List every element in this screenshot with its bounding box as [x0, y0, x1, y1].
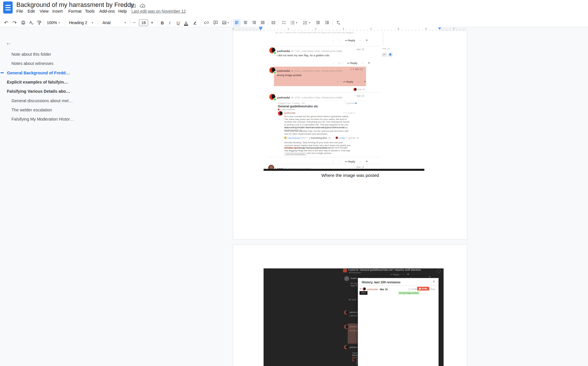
align-justify-button[interactable]: [260, 19, 265, 26]
outline-item[interactable]: Notes about witnesses: [11, 61, 53, 66]
staff-badge-icon: ♔: [291, 70, 293, 72]
bookmark-icon: ○: [332, 39, 334, 42]
paint-format-button[interactable]: [37, 19, 42, 26]
right-indent-marker[interactable]: [438, 28, 441, 30]
menu-insert[interactable]: Insert: [52, 9, 63, 13]
menu-view[interactable]: View: [40, 9, 49, 13]
align-right-button[interactable]: [252, 19, 257, 26]
more-icon: ⋯: [359, 39, 362, 42]
increase-font-button[interactable]: +: [151, 19, 153, 26]
undo-button[interactable]: ↶: [4, 19, 8, 26]
last-edit-link[interactable]: Last edit was on November 12: [131, 9, 186, 13]
avatar: [336, 137, 338, 139]
numbered-list-button[interactable]: [303, 19, 308, 26]
card-category: a DMS General: [278, 108, 295, 111]
increase-indent-button[interactable]: [324, 19, 330, 26]
card-paragraph: Stop turning off your brain and start us…: [284, 126, 351, 129]
document-title[interactable]: Background of my harrassment by Freddy: [16, 1, 134, 9]
zoom-select[interactable]: 100%: [47, 19, 57, 26]
dim-card-meta: Flagged Po…: [352, 352, 358, 354]
bullets-caret-icon: ▾: [296, 19, 297, 26]
print-button[interactable]: [21, 19, 26, 26]
username: yashsedai: [277, 96, 290, 99]
decrease-font-button[interactable]: −: [133, 19, 136, 26]
outline-item[interactable]: General discussions about met…: [11, 98, 73, 103]
align-center-button[interactable]: [243, 19, 248, 26]
ruler-number: 3: [342, 27, 345, 30]
outline-item[interactable]: The welder escalation: [11, 108, 52, 113]
ruler-number: 1: [287, 27, 290, 30]
line-spacing-button[interactable]: [271, 19, 276, 26]
clear-formatting-button[interactable]: [335, 19, 341, 26]
more-icon: ⋯: [361, 62, 364, 65]
alert-title: A post in "General guidelines/rules etc"…: [348, 268, 443, 271]
post-header: yashsedai ♔ COO, Automotive Chair, Infra…: [277, 68, 342, 73]
post-action-row: ○ ♡ ↩ Reply ⋯ ⚑: [332, 39, 368, 42]
embedded-image-revision-history[interactable]: A post in "General guidelines/rules etc"…: [264, 268, 444, 366]
google-docs-logo-icon[interactable]: [3, 1, 13, 13]
username: yashsedai: [277, 49, 290, 53]
move-to-folder-icon[interactable]: [131, 3, 136, 8]
reply-icon: ↩: [343, 80, 346, 83]
menu-file[interactable]: File: [16, 9, 23, 13]
resolver-avatar: [353, 88, 357, 91]
outline-item[interactable]: Falsifying Various Details abo…: [7, 89, 70, 94]
post-date: Mar 15: [357, 48, 364, 51]
post-date: Mar 15: [355, 68, 363, 71]
insert-image-button[interactable]: [222, 19, 227, 26]
screenshot-bottom-bar: [264, 169, 424, 171]
bulleted-list-button[interactable]: [290, 19, 295, 26]
highlight-color-button[interactable]: [192, 19, 198, 26]
image-caption[interactable]: Where the image was posted: [233, 173, 467, 178]
raw-option: ▢ Raw: [428, 288, 435, 291]
menu-addons[interactable]: Add-ons: [99, 9, 115, 13]
notify-bell-button: [388, 53, 393, 57]
user-role: COO, Automotive Chair, Infrastructure Ma…: [295, 96, 342, 99]
outline-panel: ← Note about this folder Notes about wit…: [0, 32, 86, 366]
first-line-indent-marker[interactable]: [259, 27, 262, 28]
close-icon: ×: [433, 279, 435, 284]
close-outline-button[interactable]: ←: [6, 40, 11, 46]
in-reply-icon: ↪: [343, 112, 345, 114]
flag-icon: ⚑: [365, 39, 368, 42]
paragraph-style-select[interactable]: Heading 2: [69, 19, 87, 26]
redo-button[interactable]: ↷: [13, 19, 17, 26]
star-icon[interactable]: ☆: [123, 3, 127, 9]
menu-help[interactable]: Help: [118, 9, 127, 13]
quick-reply-button: ↩: [382, 53, 387, 57]
checklist-button[interactable]: [281, 19, 287, 26]
font-select[interactable]: Arial: [102, 19, 111, 26]
add-comment-button[interactable]: [213, 19, 218, 26]
resolved-date: Mar 15: [358, 88, 365, 91]
outline-item[interactable]: Explicit examples of falsifyin…: [7, 80, 68, 85]
cloud-saved-icon[interactable]: [140, 3, 146, 8]
outline-item[interactable]: Falsifying My Moderation Histor…: [11, 117, 74, 122]
edit-icon: ✎: [360, 288, 362, 290]
spellcheck-button[interactable]: [29, 19, 34, 26]
username: yashsedai: [349, 346, 358, 348]
decrease-indent-button[interactable]: [315, 19, 320, 26]
numbered-caret-icon: ▾: [309, 19, 310, 26]
edit-icon: ✎: [306, 137, 308, 139]
online-dot: [273, 71, 276, 74]
cut-off-message: Ah, yes. I believe the mod that dealt wi…: [275, 32, 361, 34]
align-left-button[interactable]: [234, 19, 239, 26]
left-indent-marker[interactable]: [259, 28, 262, 30]
menu-tools[interactable]: Tools: [85, 9, 95, 13]
insert-link-button[interactable]: [204, 19, 209, 26]
outline-item-active[interactable]: General Background of Fredd…: [7, 71, 70, 75]
edit-icon: ✎: [346, 137, 347, 139]
upvote-icon: ♡: [340, 62, 343, 65]
font-size-input[interactable]: 16: [139, 19, 148, 26]
outline-item[interactable]: Note about this folder: [11, 52, 51, 57]
flag-icon: ⚑: [407, 273, 409, 276]
menu-edit[interactable]: Edit: [28, 9, 35, 13]
like-count: 1: [338, 62, 340, 65]
underline-button[interactable]: U: [177, 19, 180, 26]
flagged-post-text: wrong image posted: [277, 73, 301, 77]
italic-button[interactable]: I: [169, 19, 170, 26]
embedded-image-chat-thread[interactable]: Ah, yes. I believe the mod that dealt wi…: [264, 32, 424, 171]
bold-button[interactable]: B: [161, 19, 164, 26]
menu-format[interactable]: Format: [68, 9, 82, 13]
html-active-button: ▣ HTML: [417, 287, 429, 291]
